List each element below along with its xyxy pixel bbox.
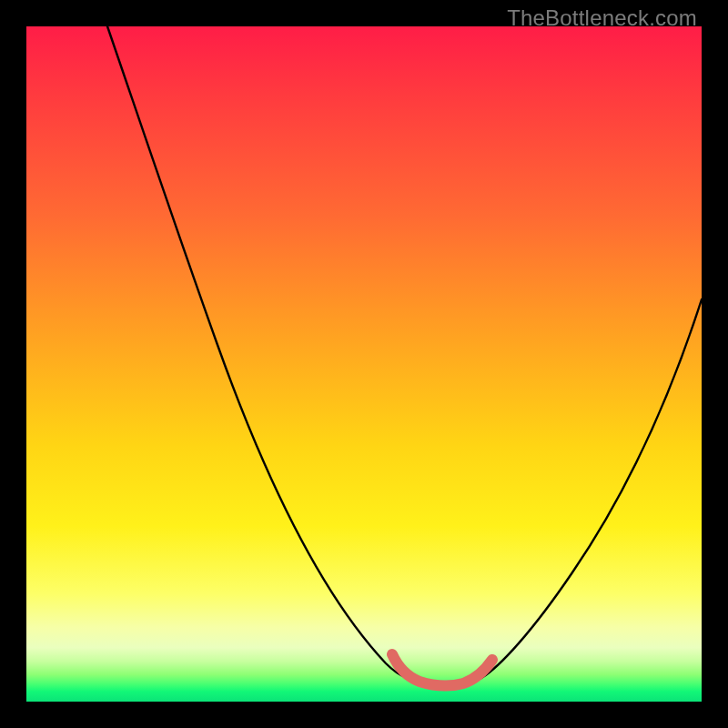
watermark-text: TheBottleneck.com: [507, 5, 697, 31]
curve-trough-accent: [392, 654, 492, 686]
curve-right-branch: [481, 299, 702, 678]
chart-stage: TheBottleneck.com: [0, 0, 728, 728]
chart-plot-area: [26, 26, 702, 702]
chart-curves-svg: [26, 26, 702, 702]
curve-left-branch: [107, 26, 407, 678]
